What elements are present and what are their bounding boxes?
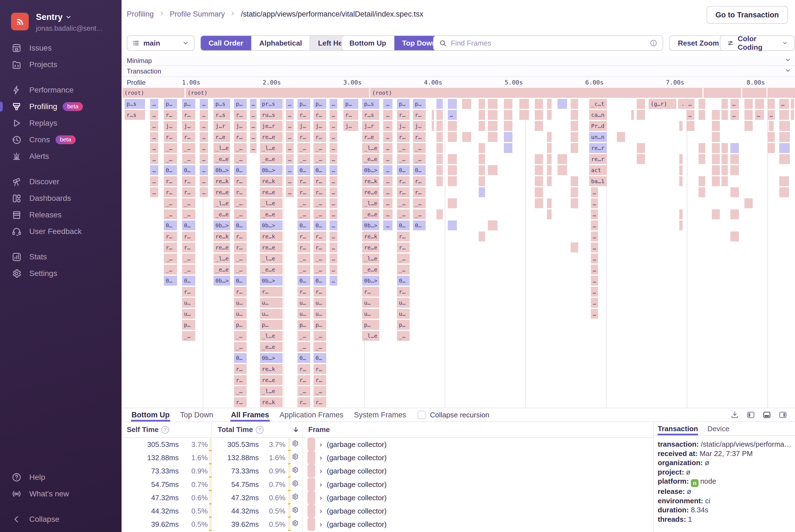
sort-option-alphabetical[interactable]: Alphabetical bbox=[252, 36, 310, 50]
sort-option-call-order[interactable]: Call Order bbox=[201, 36, 252, 50]
minimap-section[interactable]: Minimap bbox=[121, 56, 795, 66]
table-row[interactable]: 54.75ms0.7%54.75ms0.7%›(garbage collecto… bbox=[122, 478, 653, 491]
org-name[interactable]: Sentry bbox=[36, 12, 72, 22]
sidebar-item-settings[interactable]: Settings bbox=[0, 265, 121, 282]
time-tick: 8.00s bbox=[732, 77, 765, 88]
detail-field: duration: 8.34s bbox=[658, 506, 792, 515]
time-tick: 5.00s bbox=[490, 77, 523, 88]
thread-select[interactable]: main bbox=[127, 35, 194, 51]
sentry-logo-icon bbox=[11, 13, 29, 31]
frame-settings-gear-icon[interactable] bbox=[291, 438, 299, 451]
table-row[interactable]: 132.88ms1.6%132.88ms1.6%›(garbage collec… bbox=[122, 451, 653, 464]
table-row[interactable]: 305.53ms3.7%305.53ms3.7%›(garbage collec… bbox=[122, 438, 653, 451]
tab-all-frames[interactable]: All Frames bbox=[230, 408, 270, 421]
frame-settings-gear-icon[interactable] bbox=[291, 491, 299, 505]
layout-right-icon[interactable] bbox=[778, 411, 787, 419]
sidebar-item-alerts[interactable]: Alerts bbox=[0, 148, 121, 165]
sort-descending-icon[interactable] bbox=[292, 422, 299, 437]
layout-left-icon[interactable] bbox=[746, 411, 755, 419]
frame-settings-gear-icon[interactable] bbox=[291, 478, 299, 491]
transaction-section[interactable]: Transaction bbox=[121, 66, 795, 77]
sidebar-item-user-feedback[interactable]: User Feedback bbox=[0, 223, 121, 240]
sidebar-item-crons[interactable]: Cronsbeta bbox=[0, 132, 121, 148]
tab-system-frames[interactable]: System Frames bbox=[353, 408, 406, 421]
color-coding-button[interactable]: Color Coding bbox=[720, 35, 795, 51]
help-icon bbox=[12, 472, 22, 482]
expand-chevron-icon[interactable]: › bbox=[320, 438, 322, 451]
expand-chevron-icon[interactable]: › bbox=[320, 505, 322, 518]
breadcrumb-profiling[interactable]: Profiling bbox=[127, 10, 154, 19]
self-time-percent: 0.5% bbox=[190, 505, 208, 518]
frame-settings-gear-icon[interactable] bbox=[291, 451, 299, 464]
breadcrumb-profile-summary[interactable]: Profile Summary bbox=[170, 10, 225, 19]
releases-icon bbox=[12, 210, 22, 220]
alerts-icon bbox=[12, 151, 22, 161]
stats-icon bbox=[12, 252, 22, 262]
sidebar-item-releases[interactable]: Releases bbox=[0, 207, 121, 223]
details-tab-transaction[interactable]: Transaction bbox=[658, 424, 698, 435]
flamegraph-canvas[interactable] bbox=[122, 88, 795, 408]
download-icon[interactable] bbox=[730, 411, 739, 419]
expand-chevron-icon[interactable]: › bbox=[320, 451, 322, 464]
frame-settings-gear-icon[interactable] bbox=[291, 518, 299, 531]
sidebar-item-help[interactable]: Help bbox=[0, 469, 121, 486]
gear-icon bbox=[291, 506, 299, 513]
layout-bottom-icon[interactable] bbox=[762, 411, 771, 419]
self-percent-gauge bbox=[209, 464, 212, 478]
table-row[interactable]: 44.32ms0.5%44.32ms0.5%›(garbage collecto… bbox=[122, 505, 653, 518]
frame-settings-gear-icon[interactable] bbox=[291, 464, 299, 478]
sidebar-item-issues[interactable]: Issues bbox=[0, 40, 121, 56]
tab-top-down[interactable]: Top Down bbox=[179, 408, 214, 421]
user-feedback-icon bbox=[12, 227, 22, 236]
expand-chevron-icon[interactable]: › bbox=[320, 464, 322, 478]
expand-chevron-icon[interactable]: › bbox=[320, 518, 322, 531]
direction-option-bottom-up[interactable]: Bottom Up bbox=[342, 36, 395, 50]
org-switcher[interactable]: Sentry jonas.badalic@sent… bbox=[11, 12, 111, 42]
sidebar-item-projects[interactable]: Projects bbox=[0, 56, 121, 73]
chevron-down-icon bbox=[182, 40, 189, 46]
sidebar-item-replays[interactable]: Replays bbox=[0, 115, 121, 132]
frame-settings-gear-icon[interactable] bbox=[291, 505, 299, 518]
total-time-value: 39.62ms bbox=[213, 518, 259, 531]
self-time-value: 132.88ms bbox=[122, 451, 179, 464]
expand-chevron-icon[interactable]: › bbox=[320, 478, 322, 491]
sidebar-item-whats-new[interactable]: What's new bbox=[0, 486, 121, 502]
table-row[interactable]: 39.62ms0.5%39.62ms0.5%›(garbage collecto… bbox=[122, 518, 653, 531]
total-time-value: 73.33ms bbox=[213, 464, 259, 478]
help-circle-icon: ? bbox=[256, 426, 264, 434]
chevron-down-icon[interactable] bbox=[784, 57, 791, 65]
sidebar-item-label: Profiling bbox=[29, 102, 57, 111]
sidebar-item-stats[interactable]: Stats bbox=[0, 249, 121, 265]
frame-header[interactable]: Frame bbox=[308, 422, 330, 437]
sidebar-collapse-button[interactable]: Collapse bbox=[0, 511, 121, 528]
chevron-down-icon[interactable] bbox=[784, 67, 791, 75]
collapse-recursion-checkbox[interactable]: Collapse recursion bbox=[418, 411, 489, 419]
total-time-percent: 0.9% bbox=[268, 464, 285, 478]
sidebar-item-performance[interactable]: Performance bbox=[0, 82, 121, 98]
sidebar-item-discover[interactable]: Discover bbox=[0, 173, 121, 190]
sidebar-item-profiling[interactable]: Profilingbeta bbox=[0, 98, 121, 115]
table-row[interactable]: 47.32ms0.6%47.32ms0.6%›(garbage collecto… bbox=[122, 491, 653, 505]
reset-zoom-button[interactable]: Reset Zoom bbox=[669, 35, 728, 51]
total-time-header[interactable]: Total Time? bbox=[218, 422, 264, 437]
frame-color-swatch bbox=[307, 505, 315, 518]
find-frames-input[interactable] bbox=[450, 39, 650, 48]
tab-application-frames[interactable]: Application Frames bbox=[279, 408, 344, 421]
total-time-percent: 1.6% bbox=[268, 451, 285, 464]
self-time-value: 47.32ms bbox=[122, 491, 179, 505]
sidebar-item-label: User Feedback bbox=[29, 227, 82, 236]
beta-badge: beta bbox=[63, 102, 83, 111]
tab-bottom-up[interactable]: Bottom Up bbox=[131, 408, 170, 421]
sidebar-item-label: Issues bbox=[29, 44, 52, 53]
table-row[interactable]: 73.33ms0.9%73.33ms0.9%›(garbage collecto… bbox=[122, 464, 653, 478]
chevron-right-icon bbox=[159, 10, 165, 19]
go-to-transaction-button[interactable]: Go to Transaction bbox=[706, 6, 788, 24]
self-time-header[interactable]: Self Time? bbox=[127, 422, 169, 437]
checkbox-icon[interactable] bbox=[418, 411, 426, 419]
frame-name: (garbage collector) bbox=[327, 451, 387, 464]
sidebar-item-label: Crons bbox=[29, 135, 50, 144]
chevron-right-icon bbox=[230, 10, 236, 19]
details-tab-device[interactable]: Device bbox=[707, 424, 729, 435]
expand-chevron-icon[interactable]: › bbox=[320, 491, 322, 505]
sidebar-item-dashboards[interactable]: Dashboards bbox=[0, 190, 121, 207]
